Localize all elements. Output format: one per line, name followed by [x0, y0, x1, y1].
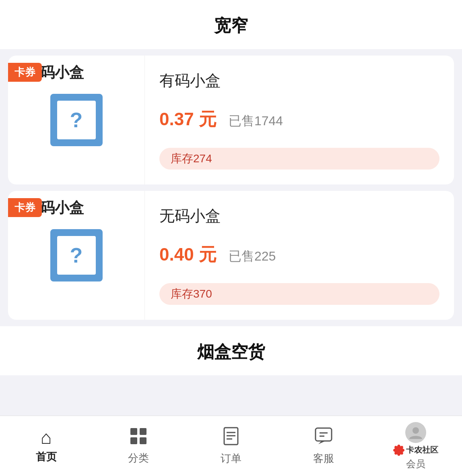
products-list: 卡券 码小盒 ? 有码小盒 0.37 元 已售1744 库存274 卡券 码小盒… [0, 56, 462, 320]
nav-item-home[interactable]: ⌂ 首页 [0, 428, 93, 464]
svg-rect-3 [140, 437, 146, 444]
section-title-kuanzhai: 宽窄 [0, 0, 462, 49]
product-sold-2: 已售225 [229, 248, 276, 265]
product-price-1: 0.37 元 [159, 108, 217, 131]
price-row-1: 0.37 元 已售1744 [159, 108, 439, 131]
svg-rect-1 [140, 428, 146, 435]
product-info-2: 无码小盒 0.40 元 已售225 库存370 [145, 191, 454, 320]
product-title-overlay-2: 码小盒 [40, 198, 84, 218]
product-stock-1: 库存274 [159, 148, 439, 170]
question-mark-icon-1: ? [56, 100, 97, 140]
product-image-area-1: 卡券 码小盒 ? [8, 56, 145, 184]
svg-rect-8 [316, 428, 332, 441]
product-image-area-2: 卡券 码小盒 ? [8, 191, 145, 320]
product-card-2[interactable]: 卡券 码小盒 ? 无码小盒 0.40 元 已售225 库存370 [8, 191, 454, 320]
member-avatar [405, 422, 426, 443]
nav-item-member[interactable]: 卡农社区 会员 [369, 422, 462, 470]
product-name-2: 无码小盒 [159, 206, 439, 226]
member-icon-area: 卡农社区 [393, 422, 438, 456]
category-icon [129, 427, 148, 448]
card-badge-1: 卡券 [8, 63, 42, 82]
service-icon [314, 427, 333, 448]
member-community-label: 卡农社区 [406, 445, 438, 455]
product-info-1: 有码小盒 0.37 元 已售1744 库存274 [145, 56, 454, 184]
section-title-yanhe: 烟盒空货 [0, 326, 462, 375]
nav-item-service[interactable]: 客服 [277, 427, 370, 466]
product-image-placeholder-1: ? [50, 94, 103, 146]
product-price-2: 0.40 元 [159, 243, 217, 267]
nav-item-order[interactable]: 订单 [185, 427, 277, 466]
nav-label-order: 订单 [221, 451, 241, 466]
product-stock-2: 库存370 [159, 283, 439, 305]
product-card-1[interactable]: 卡券 码小盒 ? 有码小盒 0.37 元 已售1744 库存274 [8, 56, 454, 184]
nav-label-member: 会员 [406, 457, 425, 470]
product-name-1: 有码小盒 [159, 70, 439, 91]
product-sold-1: 已售1744 [229, 112, 283, 130]
nav-label-service: 客服 [313, 451, 334, 466]
question-mark-icon-2: ? [56, 235, 97, 275]
product-title-overlay-1: 码小盒 [40, 63, 84, 83]
nav-label-category: 分类 [128, 451, 149, 465]
nav-label-home: 首页 [36, 450, 57, 464]
svg-rect-2 [130, 437, 137, 444]
svg-rect-0 [130, 428, 137, 435]
bottom-navigation: ⌂ 首页 分类 订单 [0, 416, 462, 476]
home-icon: ⌂ [41, 428, 52, 447]
price-row-2: 0.40 元 已售225 [159, 243, 439, 267]
product-image-placeholder-2: ? [50, 229, 103, 281]
nav-item-category[interactable]: 分类 [93, 427, 185, 465]
svg-point-12 [412, 427, 419, 434]
card-badge-2: 卡券 [8, 198, 42, 217]
order-icon [222, 427, 240, 448]
